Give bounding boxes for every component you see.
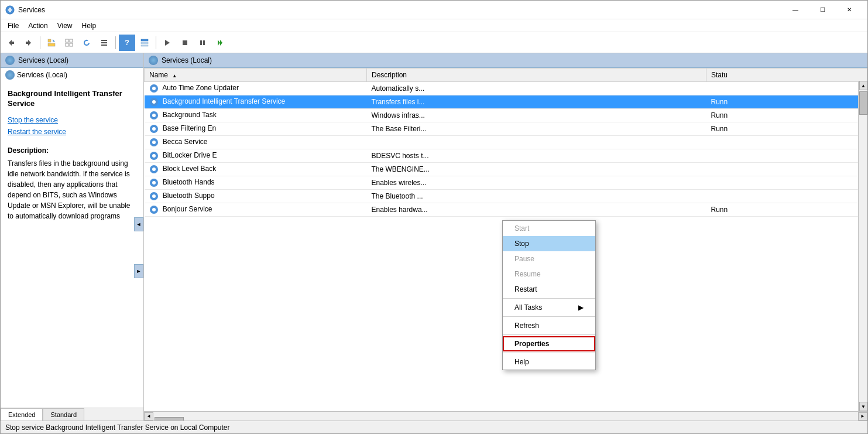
table-row[interactable]: Becca Service [145,136,867,149]
svg-rect-7 [70,43,73,46]
table-row[interactable]: Base Filtering En The Base Filteri... Ru… [145,122,867,136]
table-row[interactable]: Background Task Windows infras... Runn [145,109,867,122]
row-name: Auto Time Zone Updater [145,82,367,95]
row-status: Runn [706,95,867,109]
svg-rect-13 [141,42,148,44]
context-menu-stop[interactable]: Stop [503,236,595,251]
window-title: Services [18,6,45,14]
maximize-button[interactable]: ☐ [809,1,836,19]
svg-marker-19 [218,40,220,46]
context-menu-restart[interactable]: Restart [503,282,595,297]
row-desc: The WBENGINE... [367,163,706,176]
table-row[interactable]: Auto Time Zone Updater Automatically s..… [145,82,867,95]
main-content: Services (Local) Services (Local) Backgr… [1,53,867,421]
left-panel: Services (Local) Services (Local) Backgr… [1,53,144,421]
help-toolbar-button[interactable]: ? [119,35,135,51]
restart-link-text[interactable]: Restart [8,128,30,136]
stop-service-button[interactable] [177,35,193,51]
table-row[interactable]: Bluetooth Hands Enables wireles... [145,176,867,190]
context-menu-help[interactable]: Help [503,354,595,370]
col-header-status[interactable]: Statu [706,69,867,82]
tab-standard[interactable]: Standard [43,408,84,421]
context-menu-resume[interactable]: Resume [503,266,595,282]
context-menu-all-tasks[interactable]: All Tasks ▶ [503,300,595,315]
show-hide-button[interactable] [61,35,77,51]
scroll-up-button[interactable]: ▲ [859,81,867,90]
up-level-button[interactable] [43,35,60,51]
context-menu-refresh[interactable]: Refresh [503,318,595,333]
svg-point-40 [152,208,156,211]
context-menu-properties[interactable]: Properties [503,336,595,351]
main-window: Services — ☐ ✕ File Action View Help [0,0,868,434]
stop-link-text[interactable]: Stop [8,116,22,124]
forward-button[interactable] [20,35,37,51]
tab-extended[interactable]: Extended [1,408,43,421]
left-panel-header: Services (Local) [1,53,143,68]
table-row[interactable]: Bluetooth Suppo The Bluetooth ... [145,190,867,203]
back-button[interactable] [3,35,19,51]
row-name: Bluetooth Hands [145,176,367,190]
row-desc: Enables hardwa... [367,203,706,217]
panel-expand-button[interactable]: ► [134,264,143,278]
title-bar: Services — ☐ ✕ [1,1,867,19]
menu-help[interactable]: Help [77,20,101,31]
row-desc: Transfers files i... [367,95,706,109]
tree-item-services-local[interactable]: Services (Local) [1,68,143,82]
menu-file[interactable]: File [3,20,23,31]
svg-rect-5 [70,39,73,42]
scroll-right-button[interactable]: ► [858,412,867,421]
row-desc: Automatically s... [367,82,706,95]
scroll-thumb[interactable] [859,91,867,115]
toolbar: ? [1,32,867,53]
gear-icon [149,111,159,120]
horizontal-scrollbar[interactable]: ◄ ► [144,411,867,421]
menu-view[interactable]: View [53,20,77,31]
panel-collapse-button[interactable]: ◄ [134,217,143,231]
menu-action[interactable]: Action [23,20,52,31]
table-row[interactable]: Background Intelligent Transfer Service … [145,95,867,109]
svg-point-36 [152,181,156,184]
minimize-button[interactable]: — [782,1,809,19]
row-name: Block Level Back [145,163,367,176]
vertical-scrollbar[interactable]: ▲ ▼ [858,81,867,411]
row-desc: The Base Filteri... [367,122,706,136]
svg-marker-3 [53,39,55,42]
context-menu-pause[interactable]: Pause [503,251,595,266]
svg-rect-10 [101,42,107,43]
table-row[interactable]: BitLocker Drive E BDESVC hosts t... [145,149,867,163]
table-row[interactable]: Block Level Back The WBENGINE... [145,163,867,176]
row-status [706,149,867,163]
scroll-down-button[interactable]: ▼ [859,402,867,411]
table-row[interactable]: Bonjour Service Enables hardwa... Runn [145,203,867,217]
gear-icon [149,84,159,93]
start-service-button[interactable] [159,35,176,51]
svg-point-32 [152,154,156,158]
svg-rect-18 [203,40,205,45]
list-button[interactable] [96,35,112,51]
svg-rect-4 [66,39,68,42]
col-header-description[interactable]: Description [367,69,706,82]
svg-rect-9 [101,40,107,41]
context-menu-start[interactable]: Start [503,221,595,236]
restart-service-link[interactable]: Restart the service [8,128,136,136]
scroll-left-button[interactable]: ◄ [144,412,153,421]
refresh-button[interactable] [78,35,95,51]
svg-rect-1 [48,39,51,42]
svg-rect-11 [101,45,107,46]
menu-bar: File Action View Help [1,19,867,32]
svg-point-30 [152,141,156,144]
restart-service-button[interactable] [212,35,228,51]
svg-rect-6 [66,43,68,46]
col-header-name[interactable]: Name ▲ [145,69,367,82]
context-menu-sep-1 [503,298,595,299]
status-bar: Stop service Background Intelligent Tran… [1,421,867,433]
pause-service-button[interactable] [194,35,211,51]
close-button[interactable]: ✕ [836,1,863,19]
services-table: Name ▲ Description Statu [144,68,867,217]
properties-toolbar-button[interactable] [136,35,153,51]
svg-point-22 [152,87,156,90]
svg-point-26 [152,114,156,117]
stop-service-link[interactable]: Stop the service [8,116,136,124]
h-scroll-thumb[interactable] [155,417,184,421]
row-status [706,163,867,176]
